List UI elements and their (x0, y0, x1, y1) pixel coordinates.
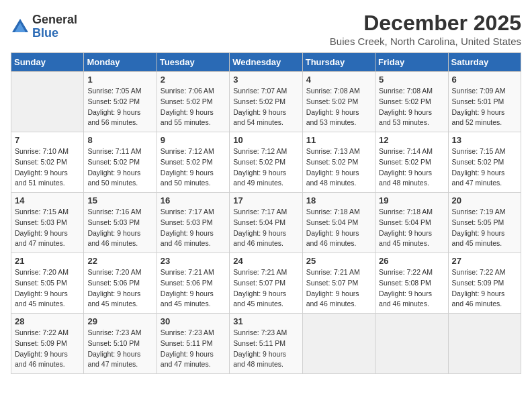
header-day: Sunday (11, 53, 84, 72)
calendar-cell (375, 314, 448, 374)
calendar-cell: 15Sunrise: 7:16 AM Sunset: 5:03 PM Dayli… (84, 193, 157, 253)
day-number: 4 (306, 75, 371, 85)
day-number: 31 (233, 316, 298, 326)
calendar-cell: 9Sunrise: 7:12 AM Sunset: 5:02 PM Daylig… (157, 132, 229, 193)
header-day: Friday (375, 53, 448, 72)
day-number: 9 (161, 135, 226, 145)
day-info: Sunrise: 7:08 AM Sunset: 5:02 PM Dayligh… (379, 86, 444, 128)
day-info: Sunrise: 7:07 AM Sunset: 5:02 PM Dayligh… (233, 86, 298, 128)
calendar-cell: 24Sunrise: 7:21 AM Sunset: 5:07 PM Dayli… (230, 253, 302, 314)
day-number: 23 (161, 256, 226, 266)
calendar-week-row: 21Sunrise: 7:20 AM Sunset: 5:05 PM Dayli… (11, 253, 521, 314)
day-info: Sunrise: 7:12 AM Sunset: 5:02 PM Dayligh… (233, 146, 298, 189)
day-number: 2 (161, 75, 226, 85)
header-day: Tuesday (157, 53, 229, 72)
logo-blue: Blue (32, 27, 77, 40)
day-info: Sunrise: 7:09 AM Sunset: 5:01 PM Dayligh… (452, 86, 517, 128)
header-day: Monday (84, 53, 157, 72)
day-number: 26 (379, 256, 444, 266)
day-number: 11 (306, 135, 371, 145)
day-info: Sunrise: 7:22 AM Sunset: 5:09 PM Dayligh… (452, 267, 517, 310)
calendar-cell: 27Sunrise: 7:22 AM Sunset: 5:09 PM Dayli… (448, 253, 521, 314)
day-number: 28 (15, 316, 80, 326)
day-number: 22 (87, 256, 152, 266)
calendar-cell: 29Sunrise: 7:23 AM Sunset: 5:10 PM Dayli… (84, 314, 157, 374)
day-info: Sunrise: 7:17 AM Sunset: 5:04 PM Dayligh… (233, 207, 298, 249)
calendar-cell: 6Sunrise: 7:09 AM Sunset: 5:01 PM Daylig… (448, 72, 521, 132)
day-number: 6 (452, 75, 517, 85)
calendar-cell: 18Sunrise: 7:18 AM Sunset: 5:04 PM Dayli… (302, 193, 375, 253)
logo-icon (11, 17, 30, 36)
day-number: 16 (161, 195, 226, 205)
day-number: 19 (379, 195, 444, 205)
day-number: 24 (233, 256, 298, 266)
calendar-cell: 30Sunrise: 7:23 AM Sunset: 5:11 PM Dayli… (157, 314, 229, 374)
day-info: Sunrise: 7:10 AM Sunset: 5:02 PM Dayligh… (15, 146, 80, 189)
day-info: Sunrise: 7:22 AM Sunset: 5:09 PM Dayligh… (15, 328, 80, 370)
day-info: Sunrise: 7:23 AM Sunset: 5:11 PM Dayligh… (161, 328, 226, 370)
day-number: 10 (233, 135, 298, 145)
calendar-cell: 12Sunrise: 7:14 AM Sunset: 5:02 PM Dayli… (375, 132, 448, 193)
location: Buies Creek, North Carolina, United Stat… (330, 36, 521, 47)
day-info: Sunrise: 7:17 AM Sunset: 5:03 PM Dayligh… (161, 207, 226, 249)
calendar-cell (11, 72, 84, 132)
calendar-week-row: 14Sunrise: 7:15 AM Sunset: 5:03 PM Dayli… (11, 193, 521, 253)
day-number: 3 (233, 75, 298, 85)
calendar-cell: 25Sunrise: 7:21 AM Sunset: 5:07 PM Dayli… (302, 253, 375, 314)
day-info: Sunrise: 7:15 AM Sunset: 5:02 PM Dayligh… (452, 146, 517, 189)
day-info: Sunrise: 7:21 AM Sunset: 5:07 PM Dayligh… (306, 267, 371, 310)
header-row: SundayMondayTuesdayWednesdayThursdayFrid… (11, 53, 521, 72)
calendar-cell: 23Sunrise: 7:21 AM Sunset: 5:06 PM Dayli… (157, 253, 229, 314)
calendar-cell: 7Sunrise: 7:10 AM Sunset: 5:02 PM Daylig… (11, 132, 84, 193)
logo: General Blue (11, 13, 77, 40)
day-info: Sunrise: 7:13 AM Sunset: 5:02 PM Dayligh… (306, 146, 371, 189)
day-info: Sunrise: 7:20 AM Sunset: 5:05 PM Dayligh… (15, 267, 80, 310)
calendar-week-row: 7Sunrise: 7:10 AM Sunset: 5:02 PM Daylig… (11, 132, 521, 193)
day-number: 12 (379, 135, 444, 145)
day-info: Sunrise: 7:20 AM Sunset: 5:06 PM Dayligh… (87, 267, 152, 310)
calendar-cell: 22Sunrise: 7:20 AM Sunset: 5:06 PM Dayli… (84, 253, 157, 314)
day-info: Sunrise: 7:11 AM Sunset: 5:02 PM Dayligh… (87, 146, 152, 189)
day-number: 27 (452, 256, 517, 266)
calendar-cell: 2Sunrise: 7:06 AM Sunset: 5:02 PM Daylig… (157, 72, 229, 132)
day-info: Sunrise: 7:16 AM Sunset: 5:03 PM Dayligh… (87, 207, 152, 249)
calendar-cell: 1Sunrise: 7:05 AM Sunset: 5:02 PM Daylig… (84, 72, 157, 132)
day-number: 15 (87, 195, 152, 205)
day-number: 14 (15, 195, 80, 205)
day-info: Sunrise: 7:06 AM Sunset: 5:02 PM Dayligh… (161, 86, 226, 128)
calendar-cell: 28Sunrise: 7:22 AM Sunset: 5:09 PM Dayli… (11, 314, 84, 374)
calendar-cell: 10Sunrise: 7:12 AM Sunset: 5:02 PM Dayli… (230, 132, 302, 193)
day-number: 13 (452, 135, 517, 145)
page-header: General Blue December 2025 Buies Creek, … (11, 11, 521, 47)
calendar-week-row: 28Sunrise: 7:22 AM Sunset: 5:09 PM Dayli… (11, 314, 521, 374)
day-info: Sunrise: 7:21 AM Sunset: 5:07 PM Dayligh… (233, 267, 298, 310)
calendar-cell (302, 314, 375, 374)
day-number: 29 (87, 316, 152, 326)
day-number: 25 (306, 256, 371, 266)
day-info: Sunrise: 7:05 AM Sunset: 5:02 PM Dayligh… (87, 86, 152, 128)
day-info: Sunrise: 7:22 AM Sunset: 5:08 PM Dayligh… (379, 267, 444, 310)
calendar-cell: 3Sunrise: 7:07 AM Sunset: 5:02 PM Daylig… (230, 72, 302, 132)
day-number: 1 (87, 75, 152, 85)
header-day: Saturday (448, 53, 521, 72)
calendar-cell: 11Sunrise: 7:13 AM Sunset: 5:02 PM Dayli… (302, 132, 375, 193)
calendar-cell: 26Sunrise: 7:22 AM Sunset: 5:08 PM Dayli… (375, 253, 448, 314)
calendar-cell: 13Sunrise: 7:15 AM Sunset: 5:02 PM Dayli… (448, 132, 521, 193)
calendar-cell: 8Sunrise: 7:11 AM Sunset: 5:02 PM Daylig… (84, 132, 157, 193)
day-info: Sunrise: 7:21 AM Sunset: 5:06 PM Dayligh… (161, 267, 226, 310)
header-day: Wednesday (230, 53, 302, 72)
logo-general: General (32, 13, 77, 27)
day-info: Sunrise: 7:23 AM Sunset: 5:11 PM Dayligh… (233, 328, 298, 370)
month-title: December 2025 (330, 11, 521, 36)
day-number: 18 (306, 195, 371, 205)
day-info: Sunrise: 7:08 AM Sunset: 5:02 PM Dayligh… (306, 86, 371, 128)
calendar-cell: 20Sunrise: 7:19 AM Sunset: 5:05 PM Dayli… (448, 193, 521, 253)
logo-text: General Blue (32, 13, 77, 40)
calendar-cell: 5Sunrise: 7:08 AM Sunset: 5:02 PM Daylig… (375, 72, 448, 132)
calendar-week-row: 1Sunrise: 7:05 AM Sunset: 5:02 PM Daylig… (11, 72, 521, 132)
calendar-cell (448, 314, 521, 374)
day-number: 5 (379, 75, 444, 85)
day-info: Sunrise: 7:14 AM Sunset: 5:02 PM Dayligh… (379, 146, 444, 189)
day-number: 7 (15, 135, 80, 145)
day-number: 17 (233, 195, 298, 205)
